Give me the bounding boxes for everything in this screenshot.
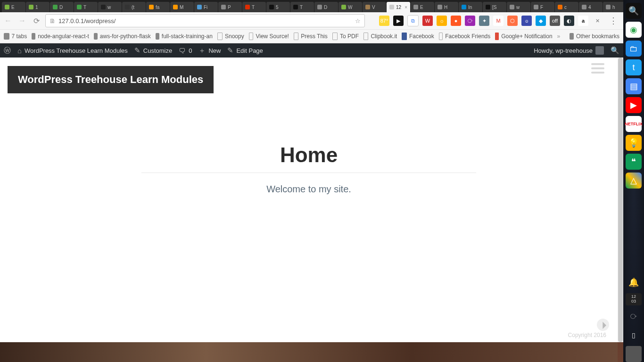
extension-icon[interactable]: off [550, 16, 560, 26]
user-avatar[interactable] [626, 346, 642, 362]
bookmark-folder[interactable]: node-angular-react-t [32, 33, 89, 40]
browser-tab[interactable]: (t [122, 2, 146, 12]
dock-app-hangouts[interactable]: ❝ [626, 154, 642, 170]
browser-tab[interactable]: w [98, 2, 122, 12]
bookmark-item[interactable]: View Source! [249, 33, 289, 40]
reload-button[interactable]: ⟳ [31, 16, 41, 26]
close-icon[interactable]: × [405, 5, 407, 10]
extension-icon[interactable]: ▶ [393, 16, 404, 26]
bookmark-item[interactable]: Clipbook.it [363, 33, 397, 40]
dock-app-twitter[interactable]: t [626, 59, 642, 75]
browser-tab[interactable]: D [314, 2, 338, 12]
clock-min: 03 [626, 299, 642, 304]
browser-window: E 1 D T w (t fa M Fi P T 5 T D W V 12× E… [0, 0, 623, 362]
bookmark-item[interactable]: To PDF [332, 33, 359, 40]
desktop-wallpaper-strip [0, 342, 618, 362]
extension-icon[interactable]: ✕ [592, 16, 603, 26]
bookmark-item[interactable]: Facebook Friends [439, 33, 491, 40]
address-bar[interactable]: 🗎 127.0.0.1/wordpress/ ☆ [45, 14, 365, 27]
bookmark-item[interactable]: Press This [294, 33, 328, 40]
extension-amazon-icon[interactable]: a [578, 16, 588, 26]
extension-gmail-icon[interactable]: M [493, 16, 504, 26]
browser-tab[interactable]: [S [483, 2, 506, 12]
bookmark-folder[interactable]: 7 tabs [4, 33, 27, 40]
wp-edit-page-link[interactable]: ✎Edit Page [227, 46, 263, 55]
browser-tab[interactable]: E [411, 2, 434, 12]
dock-app-docs[interactable]: ▤ [626, 78, 642, 94]
url-text: 127.0.0.1/wordpress/ [58, 17, 116, 25]
browser-tab[interactable]: Fi [194, 2, 218, 12]
wp-account-link[interactable]: Howdy, wp-treehouse [534, 46, 604, 55]
browser-tab[interactable]: In [459, 2, 482, 12]
dock-clock[interactable]: 1203 [626, 293, 642, 305]
page-heading: Home [0, 143, 618, 167]
browser-tab[interactable]: V [363, 2, 386, 12]
extension-icon[interactable]: ⌾ [521, 16, 532, 26]
wp-customize-link[interactable]: ✎Customize [134, 46, 172, 55]
browser-tab[interactable]: P [218, 2, 242, 12]
browser-tab[interactable]: E [2, 2, 25, 12]
browser-tab[interactable]: M [170, 2, 194, 12]
wp-logo-button[interactable]: ⓦ [4, 46, 11, 55]
wp-site-link[interactable]: ⌂WordPress Treehouse Learn Modules [17, 47, 128, 55]
browser-tab[interactable]: D [50, 2, 74, 12]
extension-icon[interactable]: W [422, 16, 433, 26]
vertical-scrollbar[interactable] [618, 58, 623, 342]
chrome-menu-button[interactable]: ⋮ [606, 16, 620, 26]
comment-icon: 🗨 [179, 47, 186, 55]
pencil-icon: ✎ [227, 46, 233, 55]
extension-icon[interactable]: ⧂ [465, 16, 475, 26]
bookmark-item[interactable]: Snoopy [217, 33, 244, 40]
home-icon: ⌂ [17, 47, 22, 55]
bookmark-folder[interactable]: full-stack-training-an [156, 33, 213, 40]
extension-icon[interactable]: 87° [379, 16, 389, 26]
notifications-icon[interactable]: 🔔 [626, 274, 642, 290]
browser-tab[interactable]: F [531, 2, 554, 12]
dock-app-drive[interactable]: △ [626, 173, 642, 189]
wp-search-button[interactable]: 🔍 [611, 46, 619, 55]
bookmarks-overflow-icon[interactable]: » [557, 33, 561, 40]
dock-app-files[interactable]: 🗀 [626, 41, 642, 57]
wp-new-link[interactable]: ＋New [198, 46, 221, 55]
extension-icon[interactable]: ◆ [536, 16, 546, 26]
extension-icon[interactable]: ⧉ [407, 15, 419, 26]
wp-comments-link[interactable]: 🗨0 [179, 47, 192, 55]
extension-icon[interactable]: ● [451, 16, 461, 26]
browser-tab[interactable]: T [74, 2, 98, 12]
extension-icon[interactable]: ☼ [437, 16, 447, 26]
browser-tab[interactable]: w [507, 2, 530, 12]
dock-app-youtube[interactable]: ▶ [626, 97, 642, 113]
browser-tab[interactable]: fa [146, 2, 170, 12]
browser-tab[interactable]: h [603, 2, 623, 12]
bookmark-folder[interactable]: aws-for-python-flask [94, 33, 151, 40]
wifi-icon[interactable]: ⧂ [626, 308, 642, 324]
extension-icon[interactable]: ⬡ [507, 16, 518, 26]
browser-tab-active[interactable]: 12× [387, 2, 410, 12]
browser-tab[interactable]: 5 [266, 2, 290, 12]
browser-tab[interactable]: 4 [579, 2, 603, 12]
browser-tab[interactable]: T [242, 2, 266, 12]
extension-icon[interactable]: ✦ [479, 16, 489, 26]
scrollbar-thumb[interactable] [618, 58, 623, 342]
browser-tab[interactable]: H [435, 2, 458, 12]
bookmark-star-icon[interactable]: ☆ [355, 17, 361, 25]
avatar [595, 46, 604, 55]
other-bookmarks-button[interactable]: Other bookmarks [570, 33, 619, 40]
forward-button[interactable]: → [17, 16, 27, 26]
dock-app-idea[interactable]: 💡 [626, 135, 642, 151]
browser-tab[interactable]: c [555, 2, 578, 12]
site-title-badge[interactable]: WordPress Treehouse Learn Modules [8, 66, 214, 93]
search-icon[interactable]: 🔍 [626, 3, 642, 19]
extension-icon[interactable]: ◐ [564, 16, 574, 26]
dock-app-chrome[interactable]: ◉ [626, 22, 642, 38]
hamburger-menu-button[interactable] [591, 63, 604, 74]
browser-tab[interactable]: W [339, 2, 362, 12]
browser-tab[interactable]: T [290, 2, 314, 12]
browser-tab[interactable]: 1 [26, 2, 50, 12]
back-button[interactable]: ← [3, 16, 13, 26]
bookmark-item[interactable]: Google+ Notification [495, 33, 552, 40]
dock-app-netflix[interactable]: NETFLIX [626, 116, 642, 132]
scroll-to-top-button[interactable]: ◥ [594, 316, 612, 334]
bookmark-item[interactable]: Facebook [402, 33, 434, 40]
battery-icon[interactable]: ▯ [626, 327, 642, 343]
